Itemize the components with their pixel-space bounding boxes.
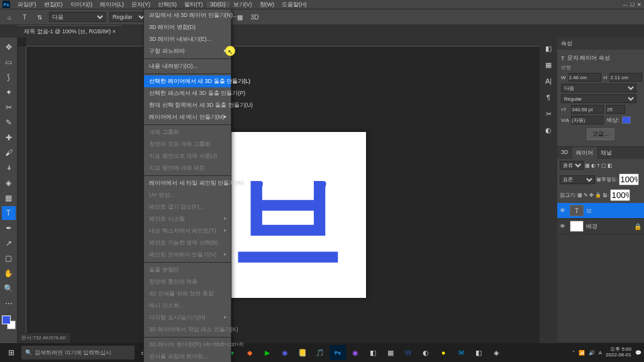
- tray-ime-icon[interactable]: A: [599, 350, 602, 356]
- advanced-button[interactable]: 고급...: [587, 128, 614, 140]
- props-style-select[interactable]: Regular: [561, 94, 636, 103]
- taskbar-app[interactable]: ◧: [470, 345, 487, 360]
- home-icon[interactable]: ⌂: [4, 11, 15, 23]
- visibility-icon[interactable]: 👁: [560, 223, 567, 229]
- taskbar-app[interactable]: 📒: [294, 345, 311, 360]
- taskbar-app[interactable]: ▶: [259, 345, 275, 360]
- taskbar-app[interactable]: ▦: [382, 345, 399, 360]
- close-icon[interactable]: ✕: [637, 2, 641, 8]
- taskbar-app[interactable]: ●: [435, 345, 452, 360]
- menu-item[interactable]: 3D 레이어 내보내기(E)...: [144, 33, 231, 45]
- props-font-select[interactable]: 다음: [561, 84, 636, 92]
- minimize-icon[interactable]: —: [623, 2, 628, 8]
- menu-item[interactable]: 레이어에서 새 메시 만들기(M)▸: [144, 111, 231, 123]
- taskbar-app[interactable]: ◈: [488, 345, 504, 360]
- tab-3d[interactable]: 3D: [557, 147, 572, 159]
- taskbar-app[interactable]: ✉: [453, 345, 469, 360]
- filter-icon[interactable]: T: [597, 163, 600, 168]
- filter-icon[interactable]: ▦: [585, 163, 590, 168]
- menu-type[interactable]: 문자(Y): [128, 1, 154, 9]
- taskbar-app[interactable]: ◆: [242, 345, 258, 360]
- foreground-color[interactable]: [2, 315, 11, 324]
- lock-icon[interactable]: ✎: [584, 192, 588, 198]
- lasso-tool[interactable]: ⟆: [2, 70, 16, 84]
- color-swatches[interactable]: [2, 315, 16, 329]
- stamp-tool[interactable]: ⸸: [2, 161, 16, 175]
- taskbar-clock[interactable]: 오후 5:00 2022-06-01: [606, 347, 631, 358]
- opacity-input[interactable]: [619, 173, 639, 185]
- character-panel-icon[interactable]: A|: [541, 74, 555, 88]
- move-tool[interactable]: ✥: [2, 40, 16, 54]
- layer-thumbnail[interactable]: T: [570, 205, 584, 216]
- font-style-select[interactable]: Regular: [109, 12, 147, 22]
- fill-input[interactable]: [610, 189, 630, 201]
- tab-channels[interactable]: 채널: [597, 147, 616, 159]
- properties-header[interactable]: 속성: [557, 38, 644, 50]
- menu-image[interactable]: 이미지(I): [67, 1, 97, 9]
- filter-icon[interactable]: ◧: [608, 163, 613, 168]
- lock-icon[interactable]: ✥: [589, 192, 594, 198]
- ruler-horizontal[interactable]: [26, 38, 540, 47]
- taskbar-app[interactable]: ◉: [277, 345, 293, 360]
- menu-filter[interactable]: 필터(T): [180, 1, 207, 9]
- document-tab[interactable]: 제목 없음-1 @ 100% (브, RGB/8#) ×: [18, 25, 122, 38]
- lock-icon[interactable]: 🔒: [595, 192, 601, 198]
- menu-window[interactable]: 창(W): [256, 1, 279, 9]
- taskbar-app[interactable]: ◉: [347, 345, 364, 360]
- 3d-icon[interactable]: 3D: [249, 11, 260, 23]
- maximize-icon[interactable]: ☐: [630, 2, 635, 8]
- shape-tool[interactable]: ▢: [2, 251, 16, 265]
- taskbar-search[interactable]: 🔍 검색하려면 여기에 입력하십시: [21, 346, 135, 359]
- eraser-tool[interactable]: ◈: [2, 176, 16, 190]
- hand-tool[interactable]: ✋: [2, 266, 16, 280]
- adjustments-panel-icon[interactable]: ✂: [541, 107, 555, 121]
- menu-item[interactable]: 내용 내려받기(O)...: [144, 60, 231, 72]
- notification-icon[interactable]: 💬: [635, 350, 641, 356]
- ruler-vertical[interactable]: [18, 47, 26, 343]
- menu-item[interactable]: 구형 파노라마▸: [144, 45, 231, 57]
- leading-input[interactable]: [606, 105, 625, 114]
- tray-network-icon[interactable]: 📶: [579, 350, 585, 356]
- menu-3d[interactable]: 3D(D): [207, 1, 230, 8]
- tracking-input[interactable]: [571, 116, 604, 124]
- marquee-tool[interactable]: ▭: [2, 55, 16, 69]
- menu-view[interactable]: 보기(V): [230, 1, 256, 9]
- crop-tool[interactable]: ✂: [2, 101, 16, 114]
- text-layer-content[interactable]: 브: [231, 163, 345, 277]
- menu-item[interactable]: 3D 레이어 병합(D): [144, 21, 231, 33]
- start-button[interactable]: ⊞: [3, 345, 20, 360]
- size-input[interactable]: [571, 105, 604, 114]
- orientation-icon[interactable]: ⇅: [34, 11, 45, 23]
- filter-icon[interactable]: ◐: [591, 163, 596, 168]
- menu-layer[interactable]: 레이어(L): [96, 1, 128, 9]
- font-select[interactable]: 다음: [49, 12, 106, 22]
- layer-item[interactable]: 👁 T 브: [557, 203, 644, 219]
- visibility-icon[interactable]: 👁: [560, 207, 567, 214]
- type-tool[interactable]: T: [2, 206, 16, 220]
- system-tray[interactable]: ˄ 📶 🔊 A 오후 5:00 2022-06-01 💬: [572, 347, 641, 358]
- taskbar-app[interactable]: W: [400, 345, 416, 360]
- wand-tool[interactable]: ✦: [2, 85, 16, 99]
- layer-thumbnail[interactable]: [570, 221, 584, 232]
- blend-mode-select[interactable]: 표준: [560, 175, 595, 184]
- menu-select[interactable]: 선택(S): [154, 1, 180, 9]
- paragraph-panel-icon[interactable]: ¶: [541, 90, 555, 104]
- swatches-panel-icon[interactable]: ▦: [541, 58, 555, 72]
- menu-item[interactable]: 선택한 레이어에서 새 3D 돌출 만들기(L): [144, 75, 231, 87]
- styles-panel-icon[interactable]: ◐: [541, 123, 555, 137]
- layer-name[interactable]: 브: [586, 207, 592, 215]
- taskbar-app[interactable]: ◧: [365, 345, 381, 360]
- heal-tool[interactable]: ✚: [2, 131, 16, 145]
- layer-name[interactable]: 배경: [586, 222, 597, 231]
- layer-item[interactable]: 👁 배경 🔒: [557, 219, 644, 234]
- taskbar-photoshop[interactable]: Ps: [330, 345, 346, 360]
- pen-tool[interactable]: ✒: [2, 221, 16, 235]
- menu-item[interactable]: 현재 선택 항목에서 새 3D 돌출 만들기(U): [144, 99, 231, 111]
- menu-help[interactable]: 도움말(H): [278, 1, 311, 9]
- filter-icon[interactable]: ▢: [601, 163, 606, 168]
- gradient-tool[interactable]: ▦: [2, 191, 16, 205]
- props-color-swatch[interactable]: [622, 116, 631, 124]
- zoom-tool[interactable]: 🔍: [2, 282, 16, 295]
- menu-item[interactable]: 레이어에서 새 타일 페인팅 만들기(W): [144, 177, 231, 189]
- lock-icon[interactable]: ▦: [577, 192, 582, 198]
